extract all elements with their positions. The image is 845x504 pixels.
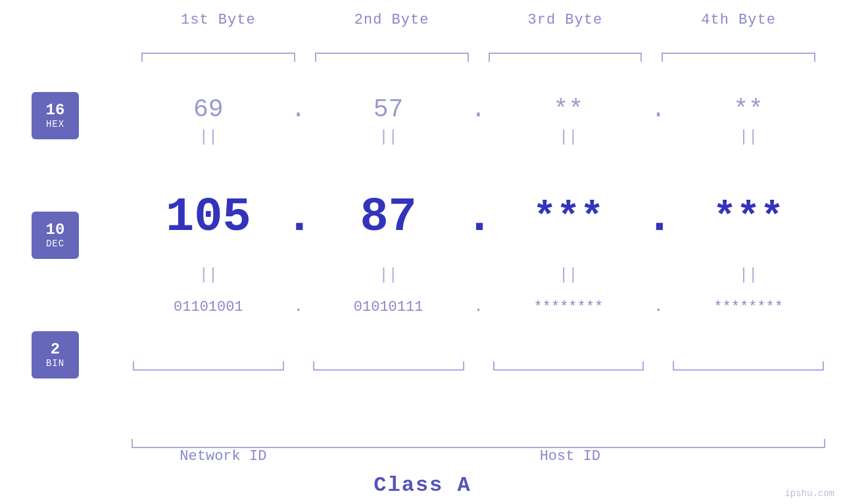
eq2-b3: ||: [492, 266, 646, 284]
byte1-header: 1st Byte: [132, 12, 305, 28]
bin-bracket-2: [313, 361, 464, 371]
dec-dot2: .: [466, 191, 492, 244]
bracket-byte3: [489, 53, 642, 62]
bin-val-2: 01010111: [354, 299, 423, 315]
dec-val-1: 105: [166, 191, 251, 244]
dec-val-3: ***: [533, 195, 604, 240]
dec-byte1: 105: [132, 191, 285, 244]
hex-dot2: .: [466, 95, 492, 124]
bin-bottom-brackets: [132, 361, 825, 371]
bin-val-3: ********: [534, 299, 604, 315]
main-container: 1st Byte 2nd Byte 3rd Byte 4th Byte 16 H…: [0, 0, 845, 504]
equals-row-1: || || || ||: [132, 128, 825, 146]
byte2-header: 2nd Byte: [305, 12, 479, 28]
bin-byte1: 01101001: [132, 299, 285, 315]
hex-byte4: **: [671, 95, 825, 124]
hex-val-4: **: [733, 95, 763, 124]
byte-headers: 1st Byte 2nd Byte 3rd Byte 4th Byte: [132, 12, 825, 28]
bin-row: 01101001 . 01010111 . ******** . *******…: [132, 299, 825, 315]
bin-dot2: .: [466, 299, 492, 315]
class-label: Class A: [0, 473, 845, 497]
bin-byte3: ********: [492, 299, 646, 315]
dec-val-2: 87: [360, 191, 416, 244]
dec-num: 10: [46, 221, 65, 239]
hex-num: 16: [46, 102, 65, 119]
hex-badge: 16 HEX: [32, 92, 79, 139]
dec-dot1: .: [285, 191, 312, 244]
dec-byte2: 87: [312, 191, 466, 244]
byte4-header: 4th Byte: [652, 12, 825, 28]
host-id-label: Host ID: [315, 448, 825, 465]
eq1-b1: ||: [132, 128, 285, 146]
bin-val-1: 01101001: [174, 299, 243, 315]
eq1-b2: ||: [312, 128, 466, 146]
bin-byte4: ********: [671, 299, 825, 315]
bin-bracket-3: [493, 361, 644, 371]
eq2-b4: ||: [671, 266, 825, 284]
top-brackets: [132, 53, 825, 62]
id-labels: Network ID Host ID: [132, 448, 825, 465]
dec-val-4: ***: [713, 195, 784, 240]
byte3-header: 3rd Byte: [479, 12, 652, 28]
bin-byte2: 01010111: [312, 299, 466, 315]
base-labels: 16 HEX 10 DEC 2 BIN: [32, 92, 79, 378]
hex-val-2: 57: [374, 95, 404, 124]
dec-row: 105 . 87 . *** . ***: [132, 191, 825, 244]
hex-byte3: **: [492, 95, 646, 124]
bin-bracket-4: [673, 361, 824, 371]
dec-byte4: ***: [671, 195, 825, 240]
bin-badge: 2 BIN: [32, 331, 79, 378]
watermark: ipshu.com: [785, 488, 834, 499]
hex-label: HEX: [46, 119, 64, 129]
eq2-b1: ||: [132, 266, 285, 284]
hex-byte2: 57: [312, 95, 466, 124]
big-bottom-bracket: [132, 439, 825, 448]
equals-row-2: || || || ||: [132, 266, 825, 284]
bracket-byte4: [662, 53, 815, 62]
bin-label: BIN: [46, 358, 64, 369]
hex-dot3: .: [645, 95, 671, 124]
bracket-byte2: [315, 53, 469, 62]
eq1-b4: ||: [671, 128, 825, 146]
bin-bracket-1: [133, 361, 284, 371]
dec-dot3: .: [645, 191, 671, 244]
bracket-byte1: [141, 53, 295, 62]
bin-dot1: .: [285, 299, 312, 315]
hex-dot1: .: [285, 95, 312, 124]
eq2-b2: ||: [312, 266, 466, 284]
hex-val-3: **: [554, 95, 584, 124]
dec-label: DEC: [46, 239, 64, 249]
bin-val-4: ********: [713, 299, 783, 315]
bin-dot3: .: [645, 299, 671, 315]
eq1-b3: ||: [492, 128, 646, 146]
bin-num: 2: [51, 341, 60, 358]
dec-badge: 10 DEC: [32, 212, 79, 259]
network-id-label: Network ID: [132, 448, 315, 465]
content-area: 69 . 57 . ** . ** || ||: [132, 62, 825, 465]
hex-val-1: 69: [193, 95, 224, 124]
hex-row: 69 . 57 . ** . **: [132, 95, 825, 124]
hex-byte1: 69: [132, 95, 285, 124]
dec-byte3: ***: [492, 195, 646, 240]
